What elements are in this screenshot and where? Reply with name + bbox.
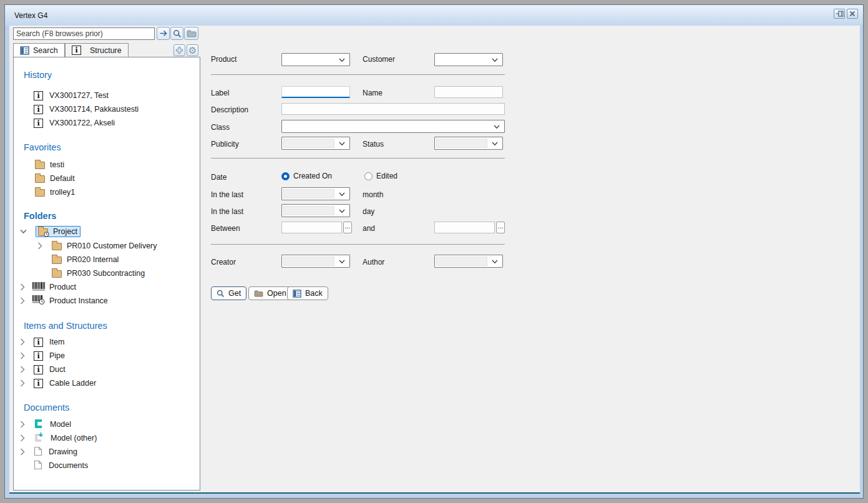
chevron-right-icon[interactable] bbox=[20, 297, 25, 305]
between-to-picker-button[interactable]: ... bbox=[496, 222, 505, 233]
tree-item-product[interactable]: Product bbox=[20, 281, 76, 293]
gear-icon: ⚙ bbox=[188, 46, 197, 55]
folder-icon bbox=[52, 256, 62, 264]
tree-item-item[interactable]: iItem bbox=[20, 336, 64, 348]
description-input[interactable] bbox=[281, 103, 505, 115]
history-item[interactable]: iVX3001722, Akseli bbox=[34, 117, 115, 129]
separator bbox=[211, 74, 505, 75]
titlebar[interactable]: Vertex G4 bbox=[5, 5, 863, 26]
last-months-combo[interactable] bbox=[281, 187, 350, 200]
barcode-icon bbox=[32, 282, 45, 293]
get-button[interactable]: Get bbox=[211, 286, 246, 300]
history-item[interactable]: iVX3001727, Test bbox=[34, 89, 109, 102]
tree-item-model-other[interactable]: Model (other) bbox=[20, 432, 97, 444]
tree-item-duct[interactable]: iDuct bbox=[20, 363, 66, 376]
favorite-item[interactable]: Default bbox=[35, 172, 75, 185]
tab-structure[interactable]: i Structure bbox=[65, 43, 129, 57]
close-button[interactable] bbox=[847, 9, 858, 19]
created-on-radio[interactable] bbox=[281, 172, 290, 180]
tree-item-pr030[interactable]: PR030 Subcontracting bbox=[52, 267, 145, 280]
section-header-items-structures: Items and Structures bbox=[24, 321, 107, 331]
edited-radio[interactable] bbox=[364, 172, 373, 180]
between-to-input[interactable] bbox=[434, 222, 495, 233]
document-icon bbox=[34, 460, 42, 472]
chevron-right-icon[interactable] bbox=[20, 434, 25, 442]
combo-field bbox=[283, 139, 334, 148]
combo-chevron-icon bbox=[339, 209, 345, 213]
tree-item-project[interactable]: Project bbox=[20, 225, 80, 238]
close-icon bbox=[849, 11, 856, 17]
combo-chevron-icon bbox=[492, 142, 498, 146]
favorite-item[interactable]: testi bbox=[35, 159, 64, 171]
combo-chevron-icon bbox=[492, 58, 498, 62]
folder-icon bbox=[254, 290, 263, 297]
search-button[interactable] bbox=[170, 27, 183, 40]
between-from-input[interactable] bbox=[281, 222, 342, 233]
chevron-right-icon[interactable] bbox=[20, 421, 25, 428]
go-arrow-icon bbox=[159, 29, 168, 37]
tree-item-cable-ladder[interactable]: iCable Ladder bbox=[20, 377, 96, 389]
between-label: Between bbox=[211, 224, 240, 233]
status-combo[interactable] bbox=[434, 137, 503, 150]
customer-label: Customer bbox=[363, 55, 395, 64]
name-label: Name bbox=[363, 89, 383, 97]
chevron-right-icon[interactable] bbox=[37, 242, 42, 250]
last-days-combo[interactable] bbox=[281, 204, 350, 217]
tree-item-pipe[interactable]: iPipe bbox=[20, 349, 65, 362]
section-header-folders: Folders bbox=[24, 211, 56, 221]
tree-item-pr020[interactable]: PR020 Internal bbox=[52, 253, 119, 266]
section-header-favorites: Favorites bbox=[24, 142, 61, 152]
open-button[interactable]: Open bbox=[248, 286, 292, 300]
open-folder-button[interactable] bbox=[184, 27, 198, 40]
sidebar-tree: History iVX3001727, Test iVX3001714, Pak… bbox=[13, 57, 200, 491]
model-other-icon bbox=[34, 432, 44, 444]
tree-item-model[interactable]: Model bbox=[20, 418, 71, 431]
combo-field bbox=[283, 206, 334, 215]
separator bbox=[211, 244, 505, 245]
history-item[interactable]: iVX3001714, Pakkaustesti bbox=[34, 103, 139, 115]
info-icon: i bbox=[34, 119, 43, 128]
chevron-right-icon[interactable] bbox=[20, 352, 25, 359]
chevron-right-icon[interactable] bbox=[20, 366, 25, 373]
name-input[interactable] bbox=[434, 86, 503, 98]
publicity-combo[interactable] bbox=[281, 137, 350, 150]
desktop: { "window": { "title": "Vertex G4" }, "t… bbox=[0, 0, 868, 503]
back-button-label: Back bbox=[305, 289, 323, 298]
tree-item-documents[interactable]: Documents bbox=[34, 459, 88, 472]
author-label: Author bbox=[363, 258, 384, 266]
class-combo[interactable] bbox=[281, 120, 505, 133]
chevron-right-icon[interactable] bbox=[20, 283, 25, 291]
favorite-item[interactable]: trolley1 bbox=[35, 186, 75, 198]
creator-combo[interactable] bbox=[281, 255, 350, 268]
form-icon bbox=[20, 46, 29, 55]
customer-combo[interactable] bbox=[434, 53, 503, 66]
pin-button[interactable] bbox=[834, 9, 845, 19]
chevron-down-icon[interactable] bbox=[20, 229, 27, 234]
add-tab-button[interactable] bbox=[173, 44, 185, 56]
section-header-history: History bbox=[24, 70, 52, 80]
product-combo[interactable] bbox=[281, 53, 350, 66]
plus-icon bbox=[175, 46, 183, 54]
settings-button[interactable]: ⚙ bbox=[187, 44, 198, 56]
tree-item-drawing[interactable]: Drawing bbox=[20, 446, 77, 458]
in-the-last-day-label: In the last bbox=[211, 207, 243, 216]
label-input[interactable] bbox=[281, 86, 350, 98]
between-from-picker-button[interactable]: ... bbox=[343, 222, 352, 233]
tab-search[interactable]: Search bbox=[13, 43, 65, 57]
info-icon: i bbox=[34, 338, 43, 347]
author-combo[interactable] bbox=[434, 255, 503, 268]
publicity-label: Publicity bbox=[211, 140, 239, 149]
tree-item-pr010[interactable]: PR010 Customer Delivery bbox=[37, 240, 157, 252]
go-button[interactable] bbox=[157, 27, 170, 40]
created-on-label: Created On bbox=[293, 172, 332, 180]
info-icon: i bbox=[72, 46, 81, 55]
search-input[interactable] bbox=[13, 27, 155, 40]
chevron-right-icon[interactable] bbox=[20, 379, 25, 387]
back-button[interactable]: Back bbox=[287, 286, 328, 300]
info-icon: i bbox=[34, 91, 43, 100]
tree-item-product-instance[interactable]: Product Instance bbox=[20, 295, 108, 307]
chevron-right-icon[interactable] bbox=[20, 338, 25, 346]
info-icon: i bbox=[34, 105, 43, 114]
chevron-right-icon[interactable] bbox=[20, 448, 25, 456]
search-icon bbox=[173, 29, 182, 38]
